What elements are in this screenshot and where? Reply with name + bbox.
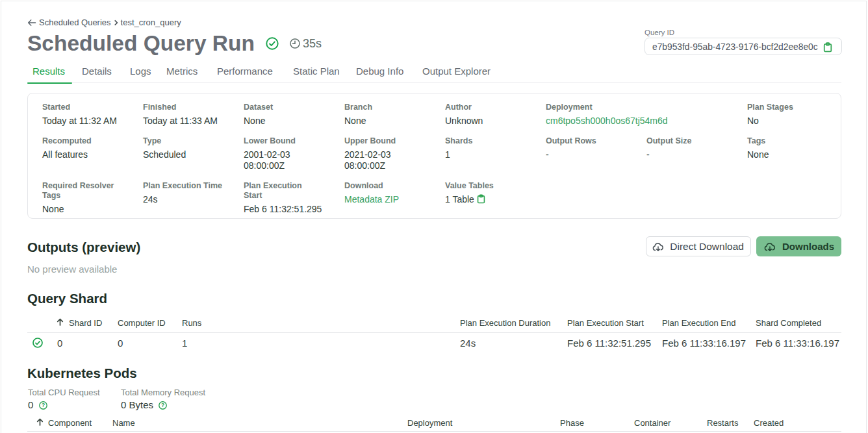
svg-text:?: ? (42, 402, 45, 408)
svg-text:?: ? (161, 402, 164, 408)
